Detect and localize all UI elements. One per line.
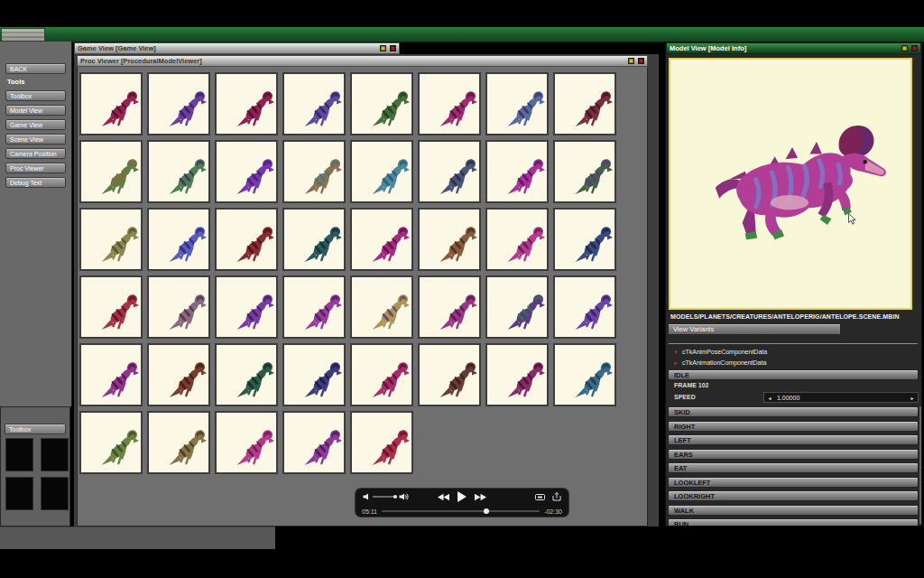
creature-thumbnail[interactable]	[350, 140, 413, 203]
volume-loud-icon[interactable]	[399, 493, 409, 500]
volume-slider[interactable]	[373, 496, 396, 498]
creature-thumbnail[interactable]	[282, 140, 346, 203]
creature-thumbnail[interactable]	[282, 72, 346, 135]
creature-thumbnail[interactable]	[79, 208, 143, 271]
minimize-button[interactable]	[628, 58, 634, 64]
expanded-arrow-icon[interactable]: ▼	[673, 350, 679, 355]
fast-forward-button[interactable]	[475, 493, 486, 501]
seek-knob[interactable]	[484, 508, 489, 514]
creature-thumbnail[interactable]	[485, 72, 549, 135]
anim-button-lookright[interactable]: LOOKRIGHT	[668, 490, 919, 501]
creature-thumbnail[interactable]	[350, 208, 413, 271]
media-player[interactable]: 05:11 -02:30	[355, 488, 569, 517]
file-slot[interactable]	[5, 477, 33, 510]
creature-thumbnail[interactable]	[418, 72, 481, 135]
speed-spinner[interactable]: ◂ 1.00000 ▸	[763, 392, 919, 403]
creature-thumbnail[interactable]	[282, 275, 346, 339]
game-view-titlebar[interactable]: Game View [Game View]	[74, 42, 400, 54]
creature-thumbnail[interactable]	[485, 343, 549, 406]
back-button[interactable]: BACK	[5, 63, 66, 74]
volume-knob[interactable]	[393, 495, 398, 499]
creature-thumbnail[interactable]	[418, 208, 481, 271]
creature-thumbnail[interactable]	[553, 72, 616, 135]
creature-thumbnail[interactable]	[215, 208, 278, 271]
creature-thumbnail[interactable]	[282, 343, 346, 406]
creature-thumbnail[interactable]	[147, 275, 210, 339]
sidebar-item-model-view[interactable]: Model View	[5, 105, 66, 116]
creature-thumbnail[interactable]	[553, 343, 616, 406]
view-variants-button[interactable]: View Variants	[668, 323, 841, 335]
fullscreen-icon[interactable]	[535, 493, 545, 501]
share-icon[interactable]	[552, 492, 561, 501]
model-preview-viewport[interactable]	[669, 58, 912, 310]
creature-thumbnail[interactable]	[485, 140, 549, 203]
creature-thumbnail[interactable]	[418, 343, 481, 406]
anim-button-right[interactable]: RIGHT	[668, 421, 919, 432]
sidebar-item-toolbox[interactable]: Toolbox	[5, 90, 66, 101]
sidebar-item-camera-position[interactable]: Camera Position	[5, 148, 66, 159]
creature-thumbnail[interactable]	[215, 140, 278, 203]
close-button[interactable]	[638, 58, 644, 64]
proc-viewer-titlebar[interactable]: Proc Viewer [ProceduralModelViewer]	[77, 55, 648, 67]
creature-thumbnail[interactable]	[350, 275, 413, 339]
file-slot[interactable]	[41, 438, 69, 471]
creature-thumbnail[interactable]	[553, 208, 616, 271]
sidebar-item-proc-viewer[interactable]: Proc Viewer	[5, 163, 66, 173]
creature-thumbnail[interactable]	[79, 72, 143, 135]
creature-thumbnail[interactable]	[147, 343, 210, 406]
creature-thumbnail[interactable]	[215, 411, 278, 474]
model-view-titlebar[interactable]: Model View [Model Info]	[666, 42, 921, 54]
anim-idle-header[interactable]: IDLE	[668, 369, 919, 380]
creature-thumbnail[interactable]	[215, 72, 278, 135]
anim-button-walk[interactable]: WALK	[668, 505, 919, 516]
creature-thumbnail[interactable]	[79, 275, 143, 339]
creature-thumbnail[interactable]	[79, 343, 143, 406]
creature-thumbnail[interactable]	[282, 411, 346, 474]
sidebar-item-scene-view[interactable]: Scene View	[5, 134, 66, 144]
anim-button-left[interactable]: LEFT	[668, 434, 919, 445]
creature-thumbnail[interactable]	[553, 140, 616, 203]
creature-thumbnail[interactable]	[79, 411, 143, 474]
component-row-ctkanimposecomponentdata[interactable]: ▼cTkAnimPoseComponentData	[673, 349, 767, 355]
creature-thumbnail[interactable]	[147, 411, 210, 474]
creature-thumbnail[interactable]	[147, 72, 210, 135]
sidebar-item-game-view[interactable]: Game View	[5, 119, 66, 130]
spinner-increment-icon[interactable]: ▸	[907, 395, 918, 401]
minimize-button[interactable]	[380, 45, 386, 51]
creature-thumbnail[interactable]	[350, 72, 413, 135]
scrollbar[interactable]	[919, 406, 921, 524]
creature-thumbnail[interactable]	[553, 275, 616, 339]
creature-thumbnail[interactable]	[147, 208, 210, 271]
anim-button-lookleft[interactable]: LOOKLEFT	[668, 477, 919, 488]
creature-thumbnail[interactable]	[485, 275, 549, 339]
collapsed-arrow-icon[interactable]: ►	[673, 360, 679, 366]
creature-thumbnail[interactable]	[147, 140, 210, 203]
creature-thumbnail[interactable]	[215, 275, 278, 339]
creature-thumbnail[interactable]	[418, 140, 481, 203]
creature-thumbnail[interactable]	[350, 411, 413, 474]
close-button[interactable]	[911, 45, 918, 51]
toolbox-button[interactable]: Toolbox	[5, 424, 66, 434]
spinner-decrement-icon[interactable]: ◂	[764, 395, 775, 401]
sidebar-item-debug-text[interactable]: Debug Text	[5, 177, 66, 188]
volume-mute-icon[interactable]	[363, 493, 370, 500]
creature-thumbnail[interactable]	[79, 140, 143, 203]
anim-button-skid[interactable]: SKID	[668, 406, 919, 417]
creature-thumbnail[interactable]	[485, 208, 549, 271]
anim-button-ears[interactable]: EARS	[668, 449, 919, 460]
anim-button-run[interactable]: RUN	[668, 518, 919, 527]
rewind-button[interactable]	[438, 493, 449, 501]
creature-thumbnail[interactable]	[282, 208, 346, 271]
anim-button-eat[interactable]: EAT	[668, 462, 919, 473]
file-slot[interactable]	[41, 477, 69, 510]
play-button[interactable]	[457, 491, 467, 502]
close-button[interactable]	[390, 45, 396, 51]
component-row-ctkanimationcomponentdata[interactable]: ►cTkAnimationComponentData	[673, 359, 766, 366]
taskbar-tab[interactable]	[1, 28, 45, 42]
file-slot[interactable]	[5, 438, 33, 471]
minimize-button[interactable]	[901, 45, 908, 51]
creature-thumbnail[interactable]	[418, 275, 481, 339]
seek-bar[interactable]	[382, 510, 540, 513]
creature-thumbnail[interactable]	[215, 343, 278, 406]
creature-thumbnail[interactable]	[350, 343, 413, 406]
